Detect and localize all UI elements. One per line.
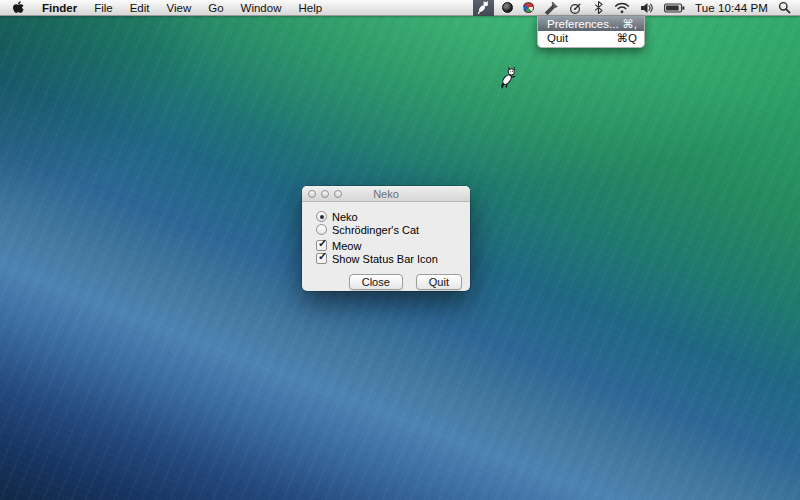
checkbox-label: Meow: [332, 240, 361, 252]
check-icon: ✓: [318, 251, 327, 262]
menu-item-edit[interactable]: Edit: [130, 0, 150, 16]
radio-button-unselected: [316, 224, 327, 235]
radio-option-neko[interactable]: Neko: [316, 210, 358, 223]
flashlight-glyph: [544, 1, 558, 15]
gauge-glyph: [568, 1, 583, 15]
menu-item-window[interactable]: Window: [241, 0, 282, 16]
quit-button[interactable]: Quit: [416, 274, 462, 290]
neko-cat-sprite: [500, 67, 517, 89]
cat-eye-right: [512, 71, 513, 72]
menu-bar-left: Finder File Edit View Go Window Help: [0, 0, 322, 16]
menu-item-go[interactable]: Go: [208, 0, 223, 16]
radio-button-selected: [316, 211, 327, 222]
menu-item-help[interactable]: Help: [298, 0, 322, 16]
menu-bar-clock[interactable]: Tue 10:44 PM: [693, 0, 770, 16]
bluetooth-icon[interactable]: [591, 0, 606, 16]
menu-bar: Finder File Edit View Go Window Help: [0, 0, 800, 16]
neko-window: Neko Neko Schrödinger's Cat ✓ Meow ✓ Sho…: [302, 186, 470, 291]
volume-icon[interactable]: [638, 0, 656, 16]
checkbox-option-show-status-bar-icon[interactable]: ✓ Show Status Bar Icon: [316, 252, 438, 265]
cat-status-glyph: [477, 1, 490, 14]
menu-item-preferences-shortcut: ⌘,: [622, 17, 637, 31]
window-title-bar[interactable]: Neko: [302, 186, 470, 202]
flashlight-status-icon[interactable]: [542, 0, 560, 16]
cat-head: [508, 69, 514, 75]
menu-item-finder[interactable]: Finder: [42, 0, 77, 16]
menu-item-file[interactable]: File: [94, 0, 113, 16]
menu-item-quit[interactable]: Quit ⌘Q: [538, 31, 644, 45]
bluetooth-glyph: [593, 1, 604, 14]
gauge-status-icon[interactable]: [566, 0, 585, 16]
checkbox-label: Show Status Bar Icon: [332, 253, 438, 265]
volume-glyph: [640, 2, 654, 14]
wifi-glyph: [614, 2, 630, 14]
menu-item-quit-shortcut: ⌘Q: [617, 31, 637, 45]
radio-label: Neko: [332, 211, 358, 223]
close-button[interactable]: Close: [349, 274, 403, 290]
battery-icon[interactable]: [662, 0, 687, 16]
check-icon: ✓: [318, 238, 327, 249]
menu-item-quit-label: Quit: [547, 32, 568, 44]
apple-icon: [12, 1, 24, 15]
window-title: Neko: [302, 188, 470, 200]
battery-glyph: [664, 2, 685, 14]
radio-label: Schrödinger's Cat: [332, 224, 419, 236]
neko-status-dropdown: Preferences... ⌘, Quit ⌘Q: [537, 16, 645, 48]
spotlight-glyph: [778, 1, 791, 14]
dark-circle-status-icon[interactable]: [500, 0, 515, 16]
apple-menu[interactable]: [12, 1, 24, 15]
checkbox-checked: ✓: [316, 253, 327, 264]
window-button-row: Close Quit: [349, 274, 462, 290]
wifi-icon[interactable]: [612, 0, 632, 16]
cat-eye-left: [510, 71, 511, 72]
color-globe-status-icon[interactable]: [521, 0, 536, 16]
menu-item-view[interactable]: View: [167, 0, 192, 16]
menu-item-preferences[interactable]: Preferences... ⌘,: [538, 16, 644, 31]
radio-option-schrodingers-cat[interactable]: Schrödinger's Cat: [316, 223, 419, 236]
neko-status-icon[interactable]: [473, 0, 494, 16]
menu-item-preferences-label: Preferences...: [547, 18, 619, 30]
spotlight-icon[interactable]: [776, 0, 793, 16]
menu-bar-status-area: Tue 10:44 PM: [473, 0, 800, 15]
